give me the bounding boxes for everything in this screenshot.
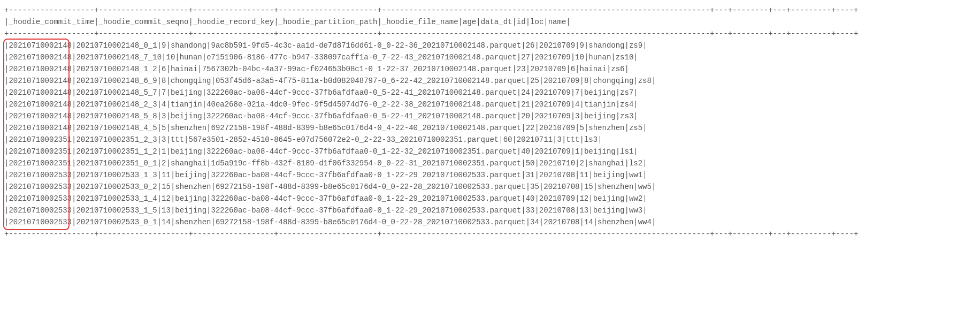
table-cell-text: hunan [180,53,202,62]
table-cell: |11 [575,169,588,181]
cell-separator: | [206,41,211,50]
table-cell-text: 60 [503,135,512,144]
cell-separator: | [526,77,530,85]
table-cell: |hainai [575,63,607,75]
table-cell: |zs7 [616,87,634,98]
table-row: |20210710002148 |20210710002148_4_5 |5 |… [4,122,858,134]
divider-cell: +-------------------- [94,4,188,16]
table-cell: |shenzhen [593,216,634,228]
table-cell-text: 20210710002533 [9,194,72,203]
divider-cell: +--- [768,228,786,240]
table-cell-text: 20210710002148_7_10 [76,53,162,62]
table-cell-text: shenzhen [588,124,624,132]
divider-cell-end: + [854,28,858,40]
table-cell-text: ls2 [629,159,642,168]
cell-separator: | [166,135,170,144]
cell-separator: | [377,18,381,26]
table-cell-text: 7567302b-04bc-4a37-99ac-f024653b08c1-0_1… [202,65,512,73]
table-cell: |4 [157,98,166,110]
cell-separator: | [188,18,193,26]
table-cell: |ls2 [625,157,643,169]
table-cell: |6 [566,63,575,75]
header-cell-text: id [517,18,526,26]
table-cell-text: 1d5a919c-ff8b-432f-8189-d1f06f332954-0_0… [211,159,522,168]
table-cell: |8 [579,75,588,87]
table-cell: |20210709 [530,146,571,157]
table-cell-text: 20210709 [539,41,575,50]
divider-cell: +---- [831,28,854,40]
table-cell: |20210710002533_1_3 [72,169,157,181]
header-cell-text: _hoodie_record_key [193,18,274,26]
table-cell-text: 12 [579,194,588,203]
table-cell: |zs5 [625,122,643,134]
cell-separator: | [616,147,620,156]
table-cell-text: 7 [575,88,579,97]
table-cell: |24 [517,87,530,98]
table-cell: |26 [521,40,534,51]
table-cell-text: 6 [162,65,166,73]
table-cell-text: beijing [584,88,616,97]
cell-separator: | [202,147,206,156]
table-cell-text: 13 [579,206,588,215]
cell-end: | [633,87,638,98]
table-cell: |10 [571,51,584,63]
table-cell: |12 [157,193,171,204]
cell-end: | [633,146,638,157]
table-cell-text: 20210708 [543,218,579,226]
table-cell: |20210709 [534,193,575,204]
divider-cell: +-------- [728,28,769,40]
divider-cell: +--- [768,4,786,16]
table-cell-text: 322260ac-ba08-44cf-9ccc-37fb6afdfaa0-0_1… [211,206,522,215]
cell-separator: | [166,41,170,50]
cell-separator: | [202,112,206,120]
table-cell: |20210710002533 [4,204,72,216]
table-cell: |20210710002148_2_3 [72,98,157,110]
table-cell-text: 20210710002533_0_1 [76,218,157,226]
table-cell: |zs9 [625,40,643,51]
cell-separator: | [521,206,525,215]
header-cell: |data_dt [476,16,512,28]
table-cell-text: 20210710002533_1_5 [76,206,157,215]
table-cell-text: 20210710002148_6_9 [76,77,157,85]
cell-end: | [642,193,647,204]
table-cell-text: ww2 [629,194,642,203]
cell-separator: | [625,206,629,215]
table-cell-text: ww5 [638,183,652,191]
header-cell: |loc [526,16,544,28]
table-cell: |beijing [171,169,206,181]
table-cell: |20210708 [539,216,580,228]
table-cell: |20210710002533_0_2 [72,181,157,193]
divider-cell: +---------------------------------------… [377,228,710,240]
table-cell: |shenzhen [584,122,625,134]
cell-separator: | [588,206,593,215]
table-cell: |20210710002148 [4,63,72,75]
table-cell: |zs4 [616,98,634,110]
table-cell: |e7151906-8186-477c-b947-338097caff1a-0_… [202,51,517,63]
cell-end: | [642,122,647,134]
table-cell-text: ttt [566,135,579,144]
table-cell-text: hunan [588,53,611,62]
table-cell: |20210710002351 [4,134,72,146]
cell-separator: | [166,88,170,97]
cell-separator: | [157,100,162,109]
table-cell: |20210710002148_5_7 [72,87,157,98]
divider-cell: +------------------ [188,28,274,40]
cell-separator: | [206,124,211,132]
table-cell: |322260ac-ba08-44cf-9ccc-37fb6afdfaa0-0_… [202,87,517,98]
table-cell-text: 20 [521,112,530,120]
header-cell-text: _hoodie_commit_seqno [98,18,188,26]
table-cell: |14 [157,216,171,228]
cell-separator: | [579,218,584,226]
cell-end: | [633,51,638,63]
cell-separator: | [166,65,170,73]
cell-separator: | [521,171,525,179]
table-cell-text: 11 [162,171,171,179]
table-cell: |13 [157,204,171,216]
divider-cell: +---------------------- [274,228,377,240]
table-cell: |40ea268e-021a-4dc0-9fec-9f5d45974d76-0_… [202,98,517,110]
header-cell: |_hoodie_commit_time [4,16,94,28]
divider-cell: +------------------- [4,28,94,40]
table-cell-text: ttt [171,135,184,144]
table-cell-text: shenzhen [175,218,211,226]
divider-cell: +------------------ [188,4,274,16]
